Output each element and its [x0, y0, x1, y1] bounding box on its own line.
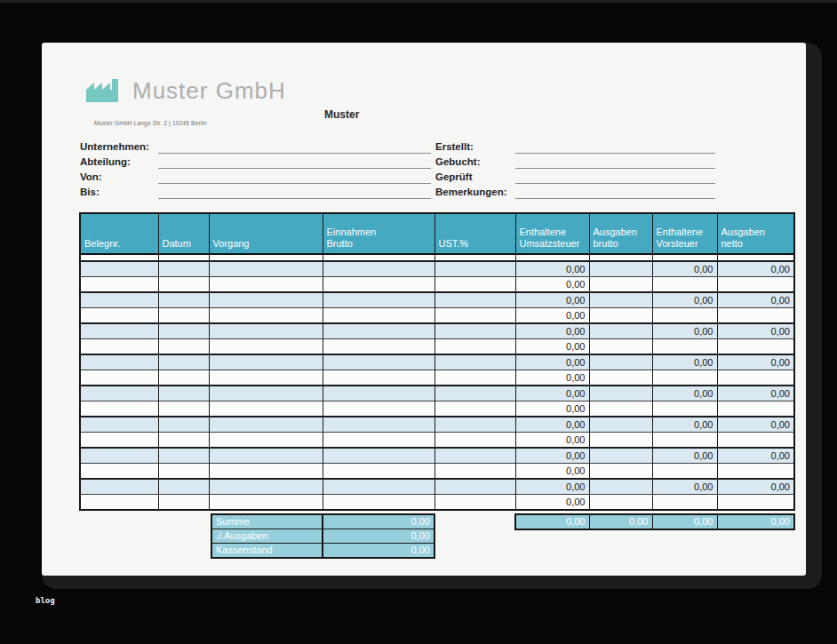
cell-umsatzsteuer[interactable]: 0,00 — [515, 402, 589, 417]
cell-einnahmen-brutto[interactable] — [323, 277, 434, 293]
cell-umsatzsteuer[interactable]: 0,00 — [515, 479, 589, 495]
cell-vorgang[interactable] — [209, 354, 323, 370]
cell-datum[interactable] — [158, 323, 209, 339]
cell-datum[interactable] — [158, 495, 209, 511]
bemerkungen-field[interactable] — [515, 186, 715, 199]
cell-datum[interactable] — [158, 370, 209, 386]
summe-value[interactable]: 0,00 — [323, 514, 434, 529]
cell-einnahmen-brutto[interactable] — [323, 433, 434, 449]
cell-vorgang[interactable] — [209, 254, 323, 261]
cell-ausgaben-netto[interactable]: 0,00 — [717, 448, 794, 464]
cell-ausgaben-brutto[interactable] — [589, 323, 652, 339]
cell-vorgang[interactable] — [209, 386, 323, 402]
cell-belegnr[interactable] — [80, 354, 158, 370]
cell-vorgang[interactable] — [209, 292, 323, 308]
cell-vorgang[interactable] — [209, 495, 323, 511]
cell-vorsteuer[interactable] — [652, 495, 717, 511]
cell-einnahmen-brutto[interactable] — [323, 386, 434, 402]
cell-ausgaben-brutto[interactable] — [589, 402, 652, 417]
cell-einnahmen-brutto[interactable] — [323, 495, 434, 511]
cell-ausgaben-brutto[interactable] — [589, 308, 652, 324]
cell-ausgaben-netto[interactable]: 0,00 — [717, 354, 794, 370]
cell-ust[interactable] — [434, 354, 515, 370]
cell-vorsteuer[interactable]: 0,00 — [652, 354, 717, 370]
cell-datum[interactable] — [158, 417, 209, 433]
cell-belegnr[interactable] — [80, 433, 158, 449]
unternehmen-field[interactable] — [158, 140, 431, 154]
cell-datum[interactable] — [158, 433, 209, 449]
cell-ausgaben-netto[interactable]: 0,00 — [717, 479, 794, 495]
cell-ausgaben-brutto[interactable] — [589, 277, 652, 293]
cell-umsatzsteuer[interactable]: 0,00 — [515, 292, 589, 308]
cell-ausgaben-brutto[interactable] — [589, 370, 652, 386]
cell-umsatzsteuer[interactable]: 0,00 — [515, 323, 589, 339]
cell-ust[interactable] — [434, 433, 515, 449]
bis-field[interactable] — [158, 186, 431, 199]
cell-belegnr[interactable] — [80, 370, 158, 386]
cell-ausgaben-netto[interactable]: 0,00 — [717, 261, 794, 277]
cell-umsatzsteuer[interactable]: 0,00 — [515, 370, 589, 386]
cell-einnahmen-brutto[interactable] — [323, 479, 434, 495]
cell-einnahmen-brutto[interactable] — [323, 370, 434, 386]
cell-ust[interactable] — [434, 261, 515, 277]
cell-datum[interactable] — [158, 479, 209, 495]
cell-ust[interactable] — [434, 402, 515, 417]
cell-ausgaben-netto[interactable] — [717, 277, 794, 293]
cell-umsatzsteuer[interactable]: 0,00 — [515, 261, 589, 277]
cell-vorsteuer[interactable]: 0,00 — [652, 386, 717, 402]
cell-belegnr[interactable] — [80, 464, 158, 480]
cell-datum[interactable] — [158, 386, 209, 402]
cell-umsatzsteuer[interactable]: 0,00 — [515, 339, 589, 355]
cell-einnahmen-brutto[interactable] — [323, 292, 434, 308]
cell-vorsteuer[interactable]: 0,00 — [652, 448, 717, 464]
cell-ausgaben-brutto[interactable] — [589, 433, 652, 449]
cell-ust[interactable] — [434, 292, 515, 308]
cell-ausgaben-brutto[interactable] — [589, 464, 652, 480]
cell-vorsteuer[interactable] — [652, 433, 717, 449]
cell-vorsteuer[interactable]: 0,00 — [652, 261, 717, 277]
cell-umsatzsteuer[interactable]: 0,00 — [515, 448, 589, 464]
cell-vorgang[interactable] — [209, 308, 323, 324]
cell-ausgaben-brutto[interactable] — [589, 354, 652, 370]
cell-ausgaben-netto[interactable]: 0,00 — [717, 386, 794, 402]
cell-vorgang[interactable] — [209, 448, 323, 464]
cell-einnahmen-brutto[interactable] — [323, 354, 434, 370]
cell-ausgaben-brutto[interactable] — [589, 261, 652, 277]
cell-vorgang[interactable] — [209, 479, 323, 495]
cell-ausgaben-brutto[interactable] — [589, 386, 652, 402]
cell-belegnr[interactable] — [80, 339, 158, 355]
cell-ausgaben-brutto[interactable] — [589, 495, 652, 511]
cell-belegnr[interactable] — [80, 254, 158, 261]
cell-datum[interactable] — [158, 339, 209, 355]
cell-datum[interactable] — [158, 292, 209, 308]
kassenstand-value[interactable]: 0,00 — [323, 544, 434, 559]
cell-ausgaben-netto[interactable]: 0,00 — [717, 417, 794, 433]
geprueft-field[interactable] — [515, 171, 715, 184]
cell-einnahmen-brutto[interactable] — [323, 323, 434, 339]
cell-umsatzsteuer[interactable]: 0,00 — [515, 277, 589, 293]
cell-umsatzsteuer[interactable]: 0,00 — [515, 308, 589, 324]
cell-datum[interactable] — [158, 261, 209, 277]
cell-vorsteuer[interactable] — [652, 254, 717, 261]
cell-vorgang[interactable] — [209, 417, 323, 433]
cell-datum[interactable] — [158, 464, 209, 480]
cell-vorgang[interactable] — [209, 433, 323, 449]
cell-ausgaben-brutto[interactable] — [589, 254, 652, 261]
cell-ust[interactable] — [434, 417, 515, 433]
cell-ust[interactable] — [434, 323, 515, 339]
cell-belegnr[interactable] — [80, 386, 158, 402]
ausgaben-value[interactable]: 0,00 — [323, 529, 434, 544]
cell-vorsteuer[interactable]: 0,00 — [652, 417, 717, 433]
cell-datum[interactable] — [158, 448, 209, 464]
cell-belegnr[interactable] — [80, 277, 158, 293]
cell-ausgaben-netto[interactable] — [717, 433, 794, 449]
cell-vorgang[interactable] — [209, 370, 323, 386]
cell-datum[interactable] — [158, 277, 209, 293]
cell-ausgaben-netto[interactable] — [717, 370, 794, 386]
cell-umsatzsteuer[interactable]: 0,00 — [515, 417, 589, 433]
cell-vorsteuer[interactable]: 0,00 — [652, 323, 717, 339]
cell-ausgaben-netto[interactable] — [717, 308, 794, 324]
total-ausgaben-netto[interactable]: 0,00 — [717, 514, 794, 529]
cell-vorgang[interactable] — [209, 464, 323, 480]
cell-einnahmen-brutto[interactable] — [323, 254, 434, 261]
